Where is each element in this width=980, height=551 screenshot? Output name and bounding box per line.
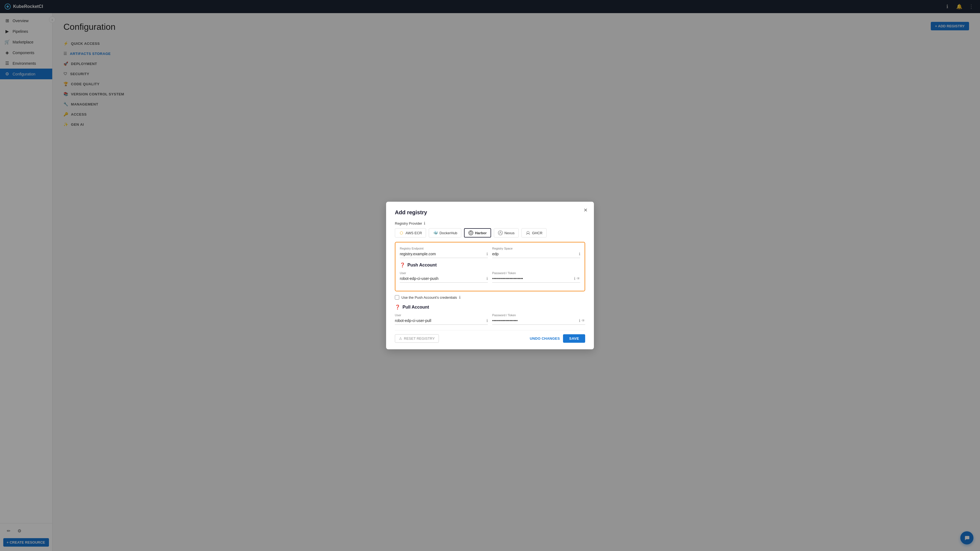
pull-user-info-icon[interactable]: ℹ xyxy=(487,318,488,323)
push-user-info-icon[interactable]: ℹ xyxy=(487,276,488,281)
use-push-credentials-label[interactable]: Use the Push Account's credentials xyxy=(401,295,457,300)
registry-endpoint-info-icon[interactable]: ℹ xyxy=(487,252,488,256)
push-user-input[interactable] xyxy=(400,276,485,281)
push-user-label: User xyxy=(400,272,488,275)
endpoint-space-row: Registry Endpoint ℹ Registry Space ℹ xyxy=(400,247,580,258)
modal-footer: ⚠ RESET REGISTRY UNDO CHANGES SAVE xyxy=(395,330,585,343)
pull-password-visibility-icon[interactable]: 👁 xyxy=(581,318,585,323)
push-password-input[interactable] xyxy=(492,276,573,281)
reset-registry-label: RESET REGISTRY xyxy=(404,337,435,341)
registry-space-field: Registry Space ℹ xyxy=(492,247,580,258)
ghcr-icon xyxy=(525,230,530,235)
push-password-input-wrapper: ℹ 👁 xyxy=(492,276,580,283)
modal-close-button[interactable]: ✕ xyxy=(581,206,590,214)
provider-nexus-button[interactable]: Nexus xyxy=(494,228,519,238)
registry-provider-info-icon[interactable]: ℹ xyxy=(424,221,425,225)
harbor-icon xyxy=(468,230,473,235)
provider-aws-ecr-button[interactable]: ⬡ AWS ECR xyxy=(395,228,426,238)
pull-password-input[interactable] xyxy=(492,318,578,323)
pull-password-label: Password / Token xyxy=(492,313,585,317)
push-account-heading: ❓ Push Account xyxy=(400,262,580,268)
push-account-section: Registry Endpoint ℹ Registry Space ℹ ❓ xyxy=(395,242,585,291)
svg-point-3 xyxy=(470,232,472,234)
registry-provider-label: Registry Provider ℹ xyxy=(395,221,585,225)
provider-dockerhub-button[interactable]: 🐳 DockerHub xyxy=(429,228,461,238)
registry-endpoint-input-wrapper: ℹ xyxy=(400,251,488,258)
registry-endpoint-field: Registry Endpoint ℹ xyxy=(400,247,488,258)
provider-options: ⬡ AWS ECR 🐳 DockerHub Harbor xyxy=(395,228,585,238)
registry-space-input-wrapper: ℹ xyxy=(492,251,580,258)
undo-changes-label: UNDO CHANGES xyxy=(530,337,560,341)
provider-label: GHCR xyxy=(532,231,542,235)
provider-label: Nexus xyxy=(504,231,515,235)
aws-ecr-icon: ⬡ xyxy=(399,230,404,235)
pull-user-field: User ℹ xyxy=(395,313,488,325)
provider-label: AWS ECR xyxy=(406,231,422,235)
registry-space-input[interactable] xyxy=(492,251,578,257)
push-credentials-row: User ℹ Password / Token ℹ 👁 xyxy=(400,272,580,283)
push-password-field: Password / Token ℹ 👁 xyxy=(492,272,580,283)
pull-user-input-wrapper: ℹ xyxy=(395,318,488,325)
pull-user-label: User xyxy=(395,313,488,317)
warning-icon: ⚠ xyxy=(399,337,402,341)
pull-account-title: Pull Account xyxy=(402,305,429,310)
push-account-title: Push Account xyxy=(407,263,437,268)
pull-credentials-row: User ℹ Password / Token ℹ 👁 xyxy=(395,313,585,325)
provider-label: Harbor xyxy=(475,231,487,235)
modal-title: Add registry xyxy=(395,210,585,216)
undo-changes-button[interactable]: UNDO CHANGES xyxy=(530,337,560,341)
registry-space-info-icon[interactable]: ℹ xyxy=(579,252,580,256)
pull-password-info-icon[interactable]: ℹ xyxy=(579,318,580,323)
push-password-visibility-icon[interactable]: 👁 xyxy=(576,276,580,281)
push-password-info-icon[interactable]: ℹ xyxy=(574,276,575,281)
footer-actions: UNDO CHANGES SAVE xyxy=(530,334,585,343)
add-registry-modal: Add registry ✕ Registry Provider ℹ ⬡ AWS… xyxy=(386,202,594,349)
provider-ghcr-button[interactable]: GHCR xyxy=(522,228,547,238)
push-account-help-icon[interactable]: ❓ xyxy=(400,262,405,268)
push-user-field: User ℹ xyxy=(400,272,488,283)
pull-account-section: ❓ Pull Account User ℹ Password / Token ℹ xyxy=(395,305,585,325)
use-push-credentials-checkbox[interactable] xyxy=(395,295,399,300)
pull-password-field: Password / Token ℹ 👁 xyxy=(492,313,585,325)
registry-endpoint-label: Registry Endpoint xyxy=(400,247,488,250)
pull-account-heading: ❓ Pull Account xyxy=(395,305,585,310)
push-user-input-wrapper: ℹ xyxy=(400,276,488,283)
provider-label: DockerHub xyxy=(439,231,457,235)
use-push-credentials-row: Use the Push Account's credentials ℹ xyxy=(395,295,585,300)
pull-user-input[interactable] xyxy=(395,318,485,323)
provider-harbor-button[interactable]: Harbor xyxy=(464,228,491,238)
save-button[interactable]: SAVE xyxy=(563,334,585,343)
nexus-icon xyxy=(498,230,503,235)
use-push-credentials-info-icon[interactable]: ℹ xyxy=(459,295,460,300)
pull-account-help-icon[interactable]: ❓ xyxy=(395,305,400,310)
save-label: SAVE xyxy=(569,337,579,341)
registry-endpoint-input[interactable] xyxy=(400,251,485,257)
dockerhub-icon: 🐳 xyxy=(433,230,438,235)
pull-password-input-wrapper: ℹ 👁 xyxy=(492,318,585,325)
modal-overlay[interactable]: Add registry ✕ Registry Provider ℹ ⬡ AWS… xyxy=(0,0,980,551)
registry-space-label: Registry Space xyxy=(492,247,580,250)
reset-registry-button[interactable]: ⚠ RESET REGISTRY xyxy=(395,334,439,343)
push-password-label: Password / Token xyxy=(492,272,580,275)
